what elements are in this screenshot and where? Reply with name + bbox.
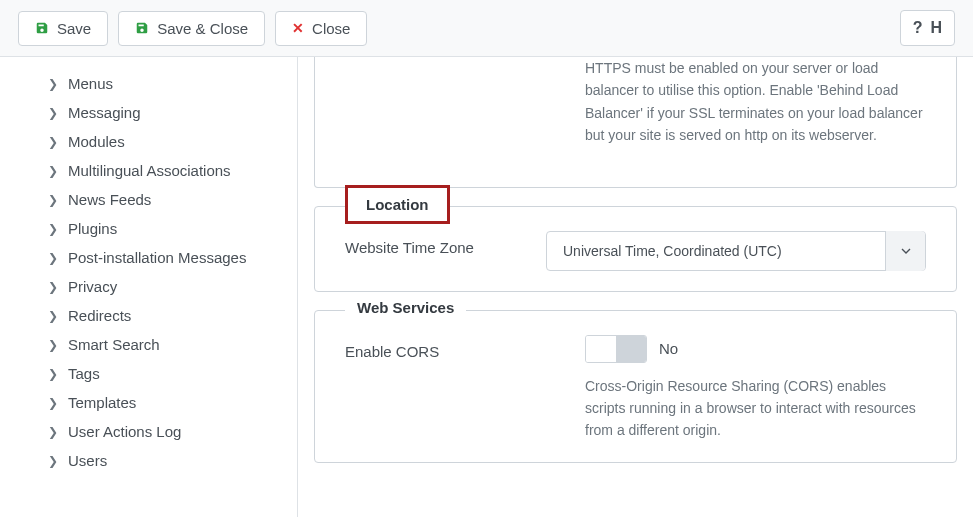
chevron-right-icon: ❯ <box>48 280 58 294</box>
sidebar-item-label: Redirects <box>68 307 131 324</box>
help-button[interactable]: ? H <box>900 10 955 46</box>
save-close-button[interactable]: Save & Close <box>118 11 265 46</box>
timezone-value: Universal Time, Coordinated (UTC) <box>563 243 782 259</box>
help-button-label: H <box>930 19 942 37</box>
sidebar-item-label: Plugins <box>68 220 117 237</box>
help-icon: ? <box>913 19 923 37</box>
sidebar-item-label: Templates <box>68 394 136 411</box>
cors-description: Cross-Origin Resource Sharing (CORS) ena… <box>585 375 926 442</box>
chevron-right-icon: ❯ <box>48 367 58 381</box>
sidebar-item-label: Menus <box>68 75 113 92</box>
sidebar-item-post-installation-messages[interactable]: ❯Post-installation Messages <box>36 243 297 272</box>
webservices-legend: Web Services <box>345 299 466 316</box>
sidebar-item-privacy[interactable]: ❯Privacy <box>36 272 297 301</box>
chevron-right-icon: ❯ <box>48 164 58 178</box>
save-icon <box>35 21 49 35</box>
chevron-right-icon: ❯ <box>48 135 58 149</box>
sidebar-item-tags[interactable]: ❯Tags <box>36 359 297 388</box>
ssl-description: HTTPS must be enabled on your server or … <box>585 57 926 147</box>
cors-toggle[interactable] <box>585 335 647 363</box>
chevron-right-icon: ❯ <box>48 396 58 410</box>
sidebar-item-label: Smart Search <box>68 336 160 353</box>
sidebar-item-label: News Feeds <box>68 191 151 208</box>
chevron-right-icon: ❯ <box>48 77 58 91</box>
chevron-right-icon: ❯ <box>48 454 58 468</box>
sidebar-item-modules[interactable]: ❯Modules <box>36 127 297 156</box>
save-button-label: Save <box>57 20 91 37</box>
close-icon: ✕ <box>292 20 304 36</box>
chevron-right-icon: ❯ <box>48 193 58 207</box>
sidebar-item-label: Privacy <box>68 278 117 295</box>
timezone-select[interactable]: Universal Time, Coordinated (UTC) <box>546 231 926 271</box>
timezone-label: Website Time Zone <box>345 231 526 256</box>
close-button-label: Close <box>312 20 350 37</box>
toolbar: Save Save & Close ✕ Close ? H <box>0 0 973 57</box>
cors-label: Enable CORS <box>345 335 565 360</box>
ssl-fieldset: HTTPS must be enabled on your server or … <box>314 57 957 188</box>
chevron-right-icon: ❯ <box>48 309 58 323</box>
sidebar: ❯Menus❯Messaging❯Modules❯Multilingual As… <box>18 57 298 517</box>
sidebar-item-templates[interactable]: ❯Templates <box>36 388 297 417</box>
sidebar-item-label: Messaging <box>68 104 141 121</box>
webservices-fieldset: Web Services Enable CORS No Cross-Origin… <box>314 310 957 463</box>
location-legend: Location <box>345 185 450 224</box>
sidebar-item-users[interactable]: ❯Users <box>36 446 297 475</box>
sidebar-item-label: User Actions Log <box>68 423 181 440</box>
sidebar-item-label: Modules <box>68 133 125 150</box>
chevron-right-icon: ❯ <box>48 338 58 352</box>
sidebar-item-smart-search[interactable]: ❯Smart Search <box>36 330 297 359</box>
sidebar-item-menus[interactable]: ❯Menus <box>36 69 297 98</box>
cors-value: No <box>659 340 678 357</box>
close-button[interactable]: ✕ Close <box>275 11 367 46</box>
save-icon <box>135 21 149 35</box>
sidebar-item-label: Post-installation Messages <box>68 249 246 266</box>
sidebar-item-redirects[interactable]: ❯Redirects <box>36 301 297 330</box>
sidebar-item-label: Multilingual Associations <box>68 162 231 179</box>
sidebar-item-label: Tags <box>68 365 100 382</box>
sidebar-item-label: Users <box>68 452 107 469</box>
chevron-down-icon <box>885 231 925 271</box>
chevron-right-icon: ❯ <box>48 222 58 236</box>
chevron-right-icon: ❯ <box>48 106 58 120</box>
sidebar-item-messaging[interactable]: ❯Messaging <box>36 98 297 127</box>
chevron-right-icon: ❯ <box>48 251 58 265</box>
sidebar-item-news-feeds[interactable]: ❯News Feeds <box>36 185 297 214</box>
location-fieldset: Location Website Time Zone Universal Tim… <box>314 206 957 292</box>
main-content: HTTPS must be enabled on your server or … <box>298 57 973 517</box>
sidebar-item-multilingual-associations[interactable]: ❯Multilingual Associations <box>36 156 297 185</box>
chevron-right-icon: ❯ <box>48 425 58 439</box>
sidebar-item-plugins[interactable]: ❯Plugins <box>36 214 297 243</box>
sidebar-item-user-actions-log[interactable]: ❯User Actions Log <box>36 417 297 446</box>
save-button[interactable]: Save <box>18 11 108 46</box>
save-close-button-label: Save & Close <box>157 20 248 37</box>
